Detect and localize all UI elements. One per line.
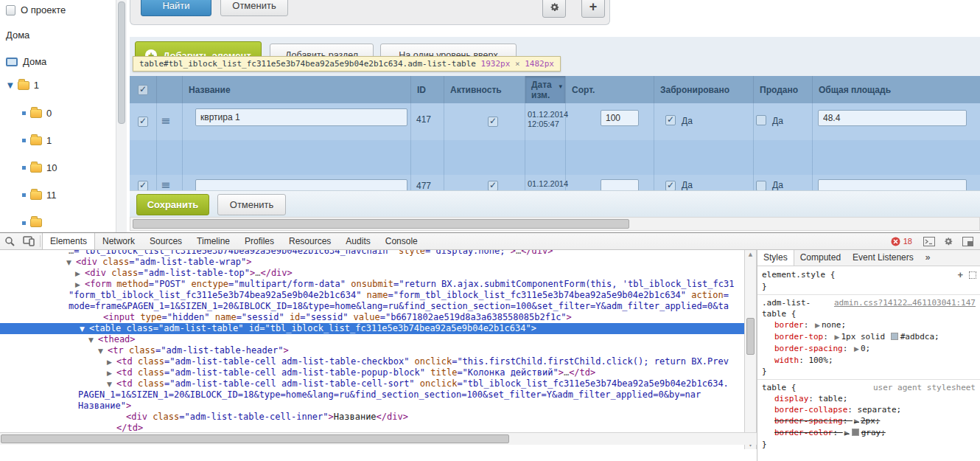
area-input[interactable] bbox=[818, 110, 967, 126]
tree-item-10[interactable]: 10 bbox=[22, 162, 57, 173]
devtools-toolbar-right: 18 bbox=[890, 236, 980, 246]
column-header-id[interactable]: ID bbox=[410, 76, 444, 103]
devtools-tab-profiles[interactable]: Profiles bbox=[237, 233, 281, 249]
devtools-tab-timeline[interactable]: Timeline bbox=[189, 233, 237, 249]
error-count[interactable]: 18 bbox=[903, 237, 912, 246]
row-menu-icon[interactable]: ≡ bbox=[161, 114, 170, 128]
booked-checkbox[interactable] bbox=[665, 115, 676, 125]
devtools-tab-audits[interactable]: Audits bbox=[338, 233, 377, 249]
devtools-tab-resources[interactable]: Resources bbox=[281, 233, 338, 249]
css-property[interactable]: border-top: ▶1px solid #adbdca; bbox=[762, 331, 976, 343]
styles-rules: admin.css?14122…461103041:147.adm-list-t… bbox=[757, 294, 980, 452]
element-style-rule[interactable]: element.style { + bbox=[757, 268, 980, 281]
tree-item-11[interactable]: 11 bbox=[22, 190, 57, 201]
scrollbar-thumb[interactable] bbox=[746, 318, 755, 355]
dom-node-line[interactable]: Название"> bbox=[0, 401, 744, 412]
styles-content: element.style { + } admin.css?14122…4611… bbox=[757, 266, 980, 452]
error-badge-icon[interactable] bbox=[890, 237, 902, 246]
column-header-sold[interactable]: Продано bbox=[753, 76, 812, 103]
sort-input[interactable] bbox=[601, 179, 639, 190]
elements-horizontal-scrollbar[interactable] bbox=[0, 432, 757, 445]
dom-node-line[interactable]: ▶<form method="POST" enctype="multipart/… bbox=[0, 279, 744, 290]
actions-column-header[interactable] bbox=[156, 76, 182, 103]
css-property[interactable]: width: 100%; bbox=[762, 355, 976, 366]
dom-node-line[interactable]: <div class="adm-list-table-cell-inner">Н… bbox=[0, 412, 744, 423]
css-property[interactable]: border-spacing: ▶2px; bbox=[762, 415, 976, 427]
new-style-rule-icon[interactable]: + bbox=[957, 269, 963, 280]
dom-node-line[interactable]: ▼<td class="adm-list-table-cell adm-list… bbox=[0, 378, 744, 389]
dom-node-line[interactable]: ▼<div class="adm-list-table-wrap"> bbox=[0, 257, 744, 268]
dock-side-icon[interactable] bbox=[958, 237, 977, 246]
save-button[interactable]: Сохранить bbox=[136, 194, 209, 215]
scrollbar-thumb[interactable] bbox=[118, 1, 125, 124]
sort-input[interactable] bbox=[601, 110, 639, 126]
toggle-element-state-icon[interactable] bbox=[969, 271, 976, 279]
stylesheet-link[interactable]: admin.css?14122…461103041:147 bbox=[834, 297, 976, 308]
console-icon bbox=[923, 237, 935, 246]
column-header-booked[interactable]: Забронировано bbox=[654, 76, 753, 103]
sold-checkbox[interactable] bbox=[756, 181, 766, 190]
tree-item-0[interactable]: 0 bbox=[22, 108, 52, 119]
devtools-settings-gear-icon[interactable] bbox=[939, 236, 958, 246]
css-property[interactable]: border-collapse: separate; bbox=[762, 404, 976, 415]
tree-item-1[interactable]: 1 bbox=[22, 135, 52, 146]
scrollbar-thumb[interactable] bbox=[1, 434, 509, 443]
plus-icon: + bbox=[589, 0, 598, 15]
horizontal-scrollbar[interactable] bbox=[130, 217, 980, 231]
sidebar-scrollbar[interactable] bbox=[116, 0, 127, 232]
name-input[interactable] bbox=[195, 179, 407, 190]
select-all-checkbox[interactable] bbox=[138, 85, 148, 95]
dom-node-line[interactable]: PAGEN_1=1&SIZEN_1=20&IBLOCK_ID=18&type=h… bbox=[0, 389, 744, 401]
device-mode-icon[interactable] bbox=[19, 233, 38, 249]
devtools-tab-network[interactable]: Network bbox=[95, 233, 142, 249]
dom-node-line[interactable]: ▶<div class="adm-list-table-top">…</div> bbox=[0, 268, 744, 279]
column-header-sort[interactable]: Сорт. bbox=[565, 76, 654, 103]
css-property[interactable]: border-color: ▶gray; bbox=[762, 427, 976, 439]
cancel-button[interactable]: Отменить bbox=[217, 194, 286, 215]
dom-node-line[interactable]: <input type="hidden" name="sessid" id="s… bbox=[0, 312, 744, 323]
styles-tab-overflow[interactable]: » bbox=[920, 250, 937, 266]
find-button[interactable]: Найти bbox=[141, 0, 211, 16]
sold-checkbox[interactable] bbox=[756, 115, 766, 125]
column-header-name[interactable]: Название bbox=[182, 76, 410, 103]
devtools-tab-elements[interactable]: Elements bbox=[42, 233, 95, 249]
add-filter-field-button[interactable]: + bbox=[581, 0, 605, 18]
styles-tab-event-listeners[interactable]: Event Listeners bbox=[847, 250, 920, 266]
dom-node-line[interactable]: ▼<tr class="adm-list-table-header"> bbox=[0, 345, 744, 356]
color-swatch[interactable] bbox=[891, 333, 898, 340]
filter-cancel-button[interactable]: Отменить bbox=[220, 0, 288, 16]
column-header-active[interactable]: Активность bbox=[444, 76, 525, 103]
devtools-tab-console[interactable]: Console bbox=[378, 233, 425, 249]
dom-node-line[interactable]: mode=frame&PAGEN_1=1&SIZEN_1=20&IBLOCK_I… bbox=[0, 301, 744, 312]
css-property[interactable]: border: ▶none; bbox=[762, 319, 976, 331]
dom-node-line[interactable]: "form_tbl_iblock_list_fc311e5e3b74bea92a… bbox=[0, 290, 744, 301]
dom-node-line-selected[interactable]: ▼<table class="adm-list-table" id="tbl_i… bbox=[0, 323, 744, 334]
active-checkbox[interactable] bbox=[488, 181, 498, 190]
row-menu-icon[interactable]: ≡ bbox=[161, 178, 170, 190]
filter-settings-gear-button[interactable] bbox=[542, 0, 566, 18]
devtools-tab-sources[interactable]: Sources bbox=[142, 233, 189, 249]
styles-tab-computed[interactable]: Computed bbox=[794, 250, 847, 266]
elements-vertical-scrollbar[interactable]: ▲ ▼ bbox=[744, 250, 757, 449]
column-header-date-sorted[interactable]: Дата изм. ▾ bbox=[525, 76, 565, 103]
scroll-up-arrow-icon[interactable]: ▲ bbox=[745, 250, 756, 259]
dom-node-line[interactable]: ▶<td class="adm-list-table-cell adm-list… bbox=[0, 367, 744, 378]
booked-checkbox[interactable] bbox=[665, 181, 676, 190]
styles-tab-styles[interactable]: Styles bbox=[757, 250, 794, 266]
row-select-checkbox[interactable] bbox=[138, 117, 148, 127]
console-drawer-icon[interactable] bbox=[920, 237, 939, 246]
inspect-element-search-icon[interactable] bbox=[0, 233, 19, 249]
dom-node-line[interactable]: ▶<td class="adm-list-table-cell adm-list… bbox=[0, 356, 744, 367]
active-checkbox[interactable] bbox=[488, 117, 498, 127]
area-input[interactable] bbox=[818, 179, 967, 190]
color-swatch[interactable] bbox=[852, 429, 859, 436]
dom-node-line[interactable]: ▼<thead> bbox=[0, 334, 744, 345]
css-property[interactable]: display: table; bbox=[762, 393, 976, 404]
column-header-area[interactable]: Общая площадь bbox=[812, 76, 980, 103]
tree-item-partial[interactable] bbox=[22, 218, 42, 227]
css-property[interactable]: border-spacing: ▶0; bbox=[762, 343, 976, 355]
dom-node-line[interactable]: …="tbl_iblock_list_fc311e5e3b74bea92a5e9… bbox=[0, 250, 744, 257]
row-select-checkbox[interactable] bbox=[138, 181, 148, 190]
name-input[interactable] bbox=[195, 108, 407, 126]
scrollbar-thumb[interactable] bbox=[133, 219, 629, 229]
